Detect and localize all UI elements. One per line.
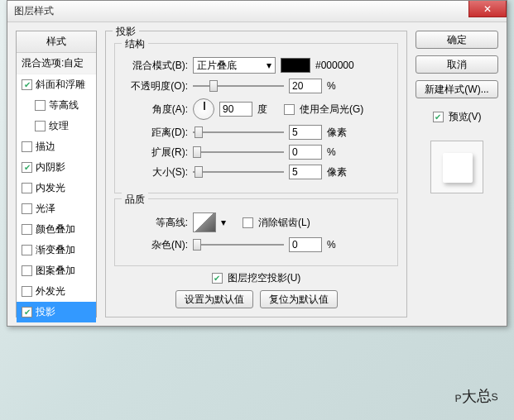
- sidebar-checkbox[interactable]: [22, 286, 32, 297]
- contour-row: 等高线: ▾ 消除锯齿(L): [123, 212, 389, 232]
- color-hex-label: #000000: [315, 60, 354, 71]
- noise-row: 杂色(N): 0 %: [123, 237, 389, 252]
- distance-row: 距离(D): 5 像素: [123, 125, 389, 140]
- cancel-button[interactable]: 取消: [416, 55, 498, 74]
- preview-thumbnail: [430, 141, 483, 193]
- sidebar-item-9[interactable]: 图案叠加: [17, 260, 96, 281]
- sidebar-item-6[interactable]: 光泽: [17, 198, 96, 219]
- sidebar-item-11[interactable]: ✔投影: [17, 302, 96, 322]
- sidebar-item-label: 颜色叠加: [36, 222, 75, 236]
- structure-fieldset: 结构 混合模式(B): 正片叠底 ▾ #000000 不透明度(O):: [114, 43, 398, 193]
- sidebar-item-10[interactable]: 外发光: [17, 281, 96, 302]
- size-slider[interactable]: [193, 165, 284, 179]
- sidebar-item-4[interactable]: ✔内阴影: [17, 157, 96, 178]
- panel-fieldset: 投影 结构 混合模式(B): 正片叠底 ▾ #000000: [105, 31, 407, 317]
- watermark: P大总S: [454, 358, 498, 413]
- sidebar-checkbox[interactable]: [22, 183, 32, 193]
- antialias-label: 消除锯齿(L): [258, 216, 310, 230]
- noise-label: 杂色(N):: [123, 238, 188, 252]
- structure-legend: 结构: [122, 37, 148, 51]
- sidebar-item-label: 渐变叠加: [36, 243, 75, 257]
- opacity-input[interactable]: 20: [289, 79, 322, 93]
- distance-slider[interactable]: [193, 126, 284, 139]
- global-light-checkbox[interactable]: [284, 104, 295, 115]
- sidebar-item-label: 描边: [36, 140, 55, 154]
- sidebar-checkbox[interactable]: [22, 141, 32, 152]
- angle-label: 角度(A):: [123, 103, 188, 117]
- angle-row: 角度(A): 90 度 使用全局光(G): [123, 98, 389, 120]
- knockout-checkbox[interactable]: ✔: [212, 273, 223, 284]
- sidebar-checkbox[interactable]: [35, 121, 46, 131]
- sidebar-item-label: 投影: [36, 305, 55, 319]
- preview-row: ✔ 预览(V): [416, 110, 498, 124]
- opacity-slider[interactable]: [193, 79, 284, 93]
- right-panel: 确定 取消 新建样式(W)... ✔ 预览(V): [416, 31, 498, 317]
- sidebar-item-label: 光泽: [36, 202, 55, 216]
- sidebar-item-3[interactable]: 描边: [17, 136, 96, 157]
- spread-label: 扩展(R):: [123, 146, 188, 160]
- chevron-down-icon[interactable]: ▾: [221, 217, 226, 228]
- sidebar-item-label: 等高线: [49, 98, 79, 112]
- sidebar-checkbox[interactable]: [35, 100, 46, 111]
- size-row: 大小(S): 5 像素: [123, 165, 389, 179]
- sidebar-item-8[interactable]: 渐变叠加: [17, 240, 96, 260]
- opacity-unit: %: [327, 80, 348, 92]
- sidebar-subheader[interactable]: 混合选项:自定: [17, 53, 96, 74]
- sidebar-item-1[interactable]: 等高线: [17, 95, 96, 116]
- make-default-button[interactable]: 设置为默认值: [175, 290, 253, 308]
- new-style-button[interactable]: 新建样式(W)...: [416, 80, 498, 98]
- sidebar-item-5[interactable]: 内发光: [17, 178, 96, 198]
- knockout-row: ✔ 图层挖空投影(U): [114, 271, 398, 285]
- chevron-down-icon: ▾: [267, 60, 271, 71]
- blend-mode-select[interactable]: 正片叠底 ▾: [193, 57, 276, 74]
- antialias-checkbox[interactable]: [243, 217, 253, 228]
- sidebar-checkbox[interactable]: ✔: [22, 162, 32, 173]
- opacity-row: 不透明度(O): 20 %: [123, 79, 389, 93]
- sidebar-item-label: 内阴影: [36, 160, 65, 174]
- quality-fieldset: 品质 等高线: ▾ 消除锯齿(L) 杂色(N): 0: [114, 198, 398, 266]
- sidebar-item-label: 纹理: [49, 119, 69, 133]
- spread-row: 扩展(R): 0 %: [123, 145, 389, 160]
- close-icon: ✕: [483, 3, 492, 15]
- contour-picker[interactable]: [193, 212, 216, 232]
- sidebar-checkbox[interactable]: [22, 203, 32, 214]
- angle-unit: 度: [257, 103, 279, 117]
- sidebar-checkbox[interactable]: [22, 224, 32, 235]
- sidebar-checkbox[interactable]: ✔: [22, 307, 32, 317]
- spread-unit: %: [327, 146, 348, 158]
- angle-input[interactable]: 90: [219, 102, 252, 117]
- angle-dial[interactable]: [193, 98, 214, 120]
- reset-default-button[interactable]: 复位为默认值: [260, 290, 338, 308]
- blend-label: 混合模式(B):: [123, 59, 188, 73]
- sidebar-item-label: 图案叠加: [36, 264, 75, 278]
- sidebar-header: 样式: [17, 31, 96, 53]
- color-swatch[interactable]: [281, 58, 310, 73]
- sidebar-checkbox[interactable]: ✔: [22, 79, 32, 90]
- sidebar-checkbox[interactable]: [22, 245, 32, 255]
- dialog-title: 图层样式: [14, 4, 54, 18]
- noise-slider[interactable]: [193, 238, 284, 251]
- spread-slider[interactable]: [193, 146, 284, 159]
- distance-input[interactable]: 5: [289, 125, 322, 140]
- size-unit: 像素: [327, 165, 348, 179]
- close-button[interactable]: ✕: [468, 1, 507, 17]
- size-input[interactable]: 5: [289, 165, 322, 179]
- sidebar-item-2[interactable]: 纹理: [17, 116, 96, 136]
- ok-button[interactable]: 确定: [416, 31, 498, 49]
- sidebar-item-0[interactable]: ✔斜面和浮雕: [17, 74, 96, 95]
- blend-mode-value: 正片叠底: [197, 59, 237, 73]
- preview-checkbox[interactable]: ✔: [433, 112, 444, 122]
- quality-legend: 品质: [122, 193, 148, 207]
- contour-label: 等高线:: [123, 216, 188, 230]
- styles-sidebar: 样式 混合选项:自定 ✔斜面和浮雕等高线纹理描边✔内阴影内发光光泽颜色叠加渐变叠…: [16, 31, 97, 317]
- titlebar: 图层样式 ✕: [7, 1, 507, 22]
- sidebar-item-label: 斜面和浮雕: [36, 78, 85, 92]
- distance-unit: 像素: [327, 126, 348, 140]
- default-buttons-row: 设置为默认值 复位为默认值: [114, 290, 398, 308]
- opacity-label: 不透明度(O):: [123, 79, 188, 93]
- sidebar-item-7[interactable]: 颜色叠加: [17, 219, 96, 240]
- spread-input[interactable]: 0: [289, 145, 322, 160]
- noise-input[interactable]: 0: [289, 237, 322, 252]
- size-label: 大小(S):: [123, 165, 188, 179]
- sidebar-checkbox[interactable]: [22, 265, 32, 276]
